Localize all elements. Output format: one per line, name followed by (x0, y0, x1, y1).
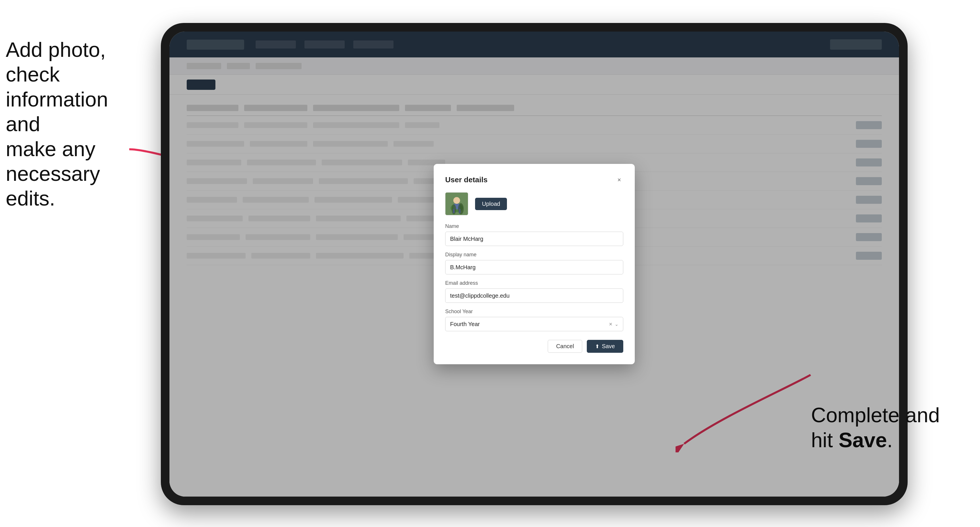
email-label: Email address (445, 280, 623, 286)
email-input[interactable] (445, 289, 623, 303)
tablet-frame: User details × (161, 23, 908, 505)
left-annotation: Add photo, check information and make an… (6, 37, 126, 211)
email-field-group: Email address (445, 280, 623, 303)
upload-photo-button[interactable]: Upload (475, 198, 507, 210)
modal-footer: Cancel ⬆ Save (445, 340, 623, 353)
svg-rect-7 (453, 209, 455, 214)
save-button[interactable]: ⬆ Save (587, 340, 623, 353)
avatar-thumbnail (445, 192, 468, 215)
display-name-field-group: Display name (445, 252, 623, 275)
modal-title: User details (445, 175, 487, 184)
name-field-group: Name (445, 223, 623, 246)
chevron-down-icon: ⌄ (615, 321, 618, 327)
modal-overlay: User details × (169, 32, 899, 497)
school-year-value: Fourth Year (450, 321, 480, 327)
select-clear-icon[interactable]: × (609, 321, 612, 327)
svg-rect-8 (459, 209, 461, 214)
name-input[interactable] (445, 232, 623, 246)
save-icon: ⬆ (595, 343, 600, 349)
photo-section: Upload (445, 192, 623, 215)
svg-point-3 (453, 197, 460, 204)
modal-close-button[interactable]: × (615, 176, 623, 184)
tablet-screen: User details × (169, 32, 899, 497)
modal-title-bar: User details × (445, 175, 623, 184)
school-year-field-group: School Year Fourth Year × ⌄ (445, 309, 623, 331)
save-label: Save (602, 343, 615, 349)
school-year-label: School Year (445, 309, 623, 314)
cancel-button[interactable]: Cancel (548, 340, 582, 353)
display-name-input[interactable] (445, 260, 623, 275)
school-year-select[interactable]: Fourth Year × ⌄ (445, 317, 623, 331)
user-details-modal: User details × (434, 164, 635, 364)
school-year-select-wrapper: Fourth Year × ⌄ (445, 317, 623, 331)
display-name-label: Display name (445, 252, 623, 258)
name-label: Name (445, 223, 623, 229)
